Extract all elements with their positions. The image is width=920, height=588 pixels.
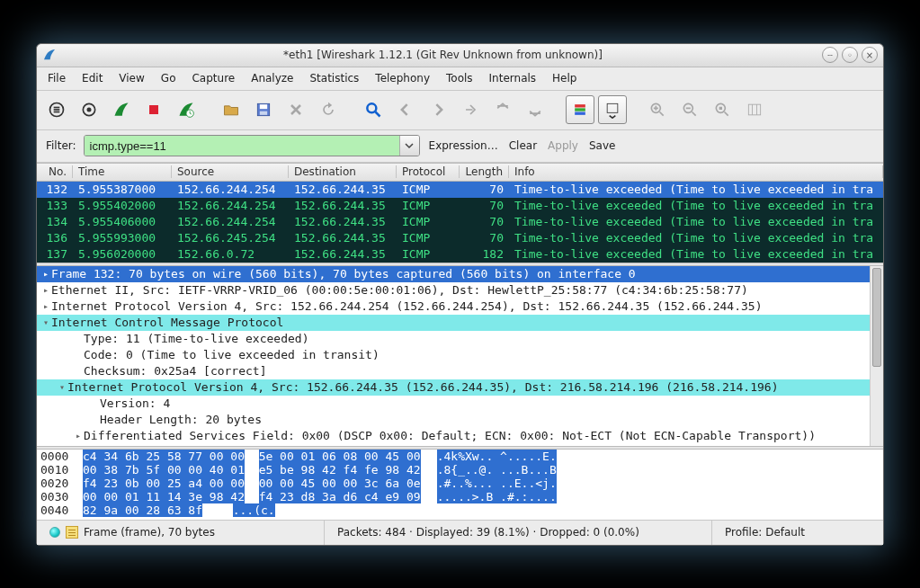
filter-clear-button[interactable]: Clear (507, 139, 539, 152)
col-header-time[interactable]: Time (73, 165, 172, 178)
col-header-no[interactable]: No. (37, 165, 73, 178)
svg-rect-2 (54, 109, 60, 111)
detail-line[interactable]: ▸Differentiated Services Field: 0x00 (DS… (37, 428, 883, 444)
zoom-in-button[interactable] (643, 95, 672, 124)
detail-line[interactable]: ▾Internet Protocol Version 4, Src: 152.6… (37, 379, 883, 396)
packet-row[interactable]: 1365.955993000152.66.245.254152.66.244.3… (37, 230, 883, 246)
packet-row[interactable]: 1335.955402000152.66.244.254152.66.244.3… (37, 198, 883, 214)
menu-telephony[interactable]: Telephony (368, 69, 437, 87)
main-toolbar (37, 91, 883, 130)
annotation-icon[interactable] (66, 526, 78, 539)
detail-line[interactable]: ▸Ethernet II, Src: IETF-VRRP-VRID_06 (00… (37, 282, 883, 298)
col-header-dest[interactable]: Destination (289, 165, 397, 178)
col-header-info[interactable]: Info (509, 165, 883, 178)
menu-edit[interactable]: Edit (75, 69, 110, 87)
go-to-packet-button[interactable] (456, 95, 485, 124)
save-button[interactable] (249, 95, 278, 124)
detail-line[interactable]: ▾Internet Control Message Protocol (37, 315, 883, 331)
svg-rect-19 (748, 104, 760, 115)
go-top-button[interactable] (488, 95, 517, 124)
restart-capture-button[interactable] (172, 95, 201, 124)
colorize-button[interactable] (566, 95, 594, 124)
col-header-source[interactable]: Source (172, 165, 289, 178)
options-button[interactable] (75, 95, 103, 124)
detail-line[interactable]: Code: 0 (Time to live exceeded in transi… (37, 347, 883, 363)
filter-save-button[interactable]: Save (587, 139, 617, 152)
col-header-length[interactable]: Length (460, 165, 509, 178)
packet-row[interactable]: 1325.955387000152.66.244.254152.66.244.3… (37, 182, 883, 198)
hex-row[interactable]: 0020 f4 23 0b 00 25 a4 00 00 00 00 45 00… (40, 477, 880, 490)
reload-button[interactable] (314, 95, 343, 124)
detail-line[interactable]: ▸Internet Protocol Version 4, Src: 152.6… (37, 298, 883, 315)
filter-apply-button[interactable]: Apply (546, 139, 580, 152)
hex-row[interactable]: 0010 00 38 7b 5f 00 00 40 01 e5 be 98 42… (40, 463, 880, 477)
filter-dropdown-button[interactable] (399, 136, 419, 156)
go-forward-button[interactable] (424, 95, 452, 124)
minimize-button[interactable]: ┄ (822, 47, 838, 63)
resize-columns-button[interactable] (740, 95, 769, 124)
svg-rect-14 (575, 112, 585, 115)
filter-input[interactable] (85, 136, 399, 156)
zoom-100-button[interactable] (708, 95, 737, 124)
tree-collapsed-icon[interactable]: ▸ (73, 428, 84, 444)
hex-row[interactable]: 0040 82 9a 00 28 63 8f ...(c. (40, 503, 880, 517)
detail-line[interactable]: Type: 11 (Time-to-live exceeded) (37, 331, 883, 347)
packet-bytes-pane[interactable]: 0000 c4 34 6b 25 58 77 00 00 5e 00 01 06… (37, 450, 883, 520)
statusbar: Frame (frame), 70 bytes Packets: 484 · D… (37, 520, 883, 545)
interfaces-button[interactable] (42, 95, 71, 124)
details-scrollbar[interactable] (870, 266, 883, 446)
tree-collapsed-icon[interactable]: ▸ (40, 266, 51, 282)
svg-rect-15 (607, 103, 618, 112)
start-capture-button[interactable] (107, 95, 136, 124)
filter-expression-button[interactable]: Expression… (427, 139, 500, 152)
detail-line[interactable]: Header Length: 20 bytes (37, 412, 883, 428)
svg-point-5 (87, 108, 92, 112)
menu-tools[interactable]: Tools (439, 69, 480, 87)
detail-line[interactable]: ▸Frame 132: 70 bytes on wire (560 bits),… (37, 266, 883, 282)
detail-line[interactable]: Checksum: 0x25a4 [correct] (37, 363, 883, 379)
tree-expanded-icon[interactable]: ▾ (57, 379, 67, 396)
hex-row[interactable]: 0030 00 00 01 11 14 3e 98 42 f4 23 d8 3a… (40, 490, 880, 503)
find-button[interactable] (359, 95, 388, 124)
status-profile[interactable]: Profile: Default (725, 526, 805, 539)
open-button[interactable] (217, 95, 246, 124)
packet-rows[interactable]: 1325.955387000152.66.244.254152.66.244.3… (37, 182, 883, 263)
tree-collapsed-icon[interactable]: ▸ (40, 298, 51, 315)
expert-info-icon[interactable] (49, 527, 60, 538)
go-back-button[interactable] (391, 95, 420, 124)
menu-statistics[interactable]: Statistics (302, 69, 366, 87)
packet-row[interactable]: 1345.955406000152.66.244.254152.66.244.3… (37, 214, 883, 230)
menu-view[interactable]: View (112, 69, 151, 87)
col-header-proto[interactable]: Protocol (397, 165, 460, 178)
status-frame: Frame (frame), 70 bytes (84, 526, 215, 539)
packet-row[interactable]: 1375.956020000152.66.0.72152.66.244.35IC… (37, 246, 883, 263)
svg-rect-1 (54, 107, 60, 109)
menubar: File Edit View Go Capture Analyze Statis… (37, 67, 883, 91)
menu-analyze[interactable]: Analyze (244, 69, 300, 87)
close-file-button[interactable] (281, 95, 310, 124)
packet-details-pane[interactable]: ▸Frame 132: 70 bytes on wire (560 bits),… (37, 266, 883, 446)
packet-list-header[interactable]: No. Time Source Destination Protocol Len… (37, 164, 883, 182)
application-window: *eth1 [Wireshark 1.12.1 (Git Rev Unknown… (36, 43, 884, 546)
close-button[interactable]: × (862, 47, 878, 63)
svg-rect-12 (575, 104, 585, 107)
menu-capture[interactable]: Capture (184, 69, 242, 87)
zoom-out-button[interactable] (675, 95, 704, 124)
autoscroll-button[interactable] (598, 95, 627, 124)
detail-line[interactable]: Version: 4 (37, 396, 883, 412)
tree-collapsed-icon[interactable]: ▸ (40, 282, 51, 298)
menu-file[interactable]: File (40, 69, 73, 87)
menu-internals[interactable]: Internals (482, 69, 544, 87)
svg-point-11 (367, 103, 376, 112)
svg-rect-9 (260, 104, 267, 109)
status-packets: Packets: 484 · Displayed: 39 (8.1%) · Dr… (337, 526, 639, 539)
go-bottom-button[interactable] (521, 95, 549, 124)
svg-rect-13 (575, 108, 585, 111)
menu-go[interactable]: Go (154, 69, 183, 87)
filter-label: Filter: (46, 139, 76, 152)
tree-expanded-icon[interactable]: ▾ (40, 315, 51, 331)
stop-capture-button[interactable] (139, 95, 168, 124)
maximize-button[interactable]: ◦ (842, 47, 858, 63)
menu-help[interactable]: Help (545, 69, 584, 87)
hex-row[interactable]: 0000 c4 34 6b 25 58 77 00 00 5e 00 01 06… (40, 450, 880, 463)
